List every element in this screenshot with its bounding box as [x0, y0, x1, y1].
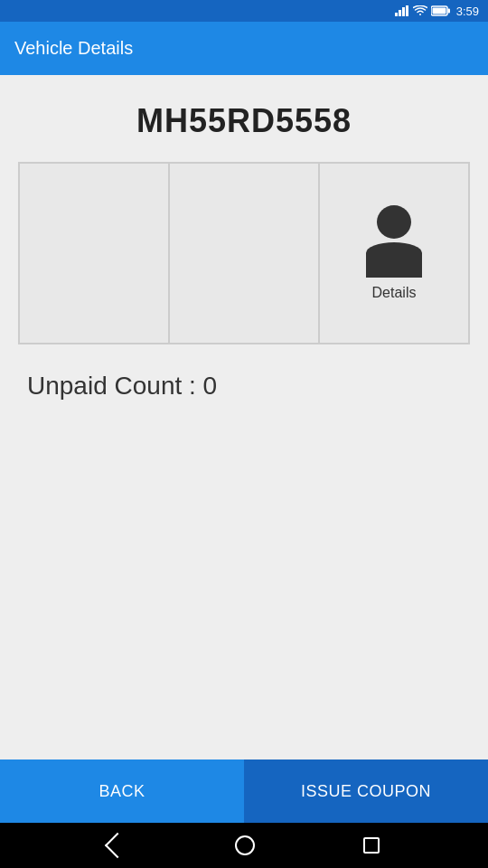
- svg-rect-2: [402, 7, 405, 16]
- svg-rect-3: [406, 5, 408, 16]
- nav-recents-icon[interactable]: [363, 837, 380, 854]
- status-bar: 3:59: [0, 0, 488, 22]
- svg-rect-5: [447, 9, 450, 14]
- image-cell-1[interactable]: [19, 163, 169, 344]
- svg-rect-1: [399, 10, 401, 16]
- person-icon: [358, 205, 430, 278]
- bottom-buttons: BACK ISSUE COUPON: [0, 760, 488, 823]
- unpaid-count-text: Unpaid Count : 0: [27, 372, 217, 400]
- page-title: Vehicle Details: [14, 38, 133, 59]
- vehicle-id: MH55RD5558: [136, 102, 352, 140]
- battery-icon: [431, 5, 451, 16]
- back-button[interactable]: BACK: [0, 760, 244, 823]
- unpaid-count: Unpaid Count : 0: [18, 372, 217, 401]
- status-icons: [395, 5, 451, 16]
- person-head: [377, 205, 411, 239]
- app-header: Vehicle Details: [0, 22, 488, 75]
- wifi-icon: [413, 5, 427, 16]
- nav-home-icon[interactable]: [235, 835, 255, 855]
- signal-icon: [395, 5, 409, 16]
- svg-rect-0: [395, 13, 398, 16]
- person-body: [366, 242, 422, 278]
- android-nav-bar: [0, 823, 488, 868]
- issue-coupon-button[interactable]: ISSUE COUPON: [244, 760, 488, 823]
- status-bar-time: 3:59: [456, 5, 479, 18]
- nav-back-icon[interactable]: [105, 833, 130, 858]
- svg-rect-6: [432, 8, 446, 14]
- image-grid: Details: [18, 162, 470, 344]
- details-label: Details: [372, 285, 417, 301]
- image-cell-2[interactable]: [169, 163, 319, 344]
- details-cell[interactable]: Details: [319, 163, 469, 344]
- main-content: MH55RD5558 Details Unpaid Count : 0: [0, 75, 488, 760]
